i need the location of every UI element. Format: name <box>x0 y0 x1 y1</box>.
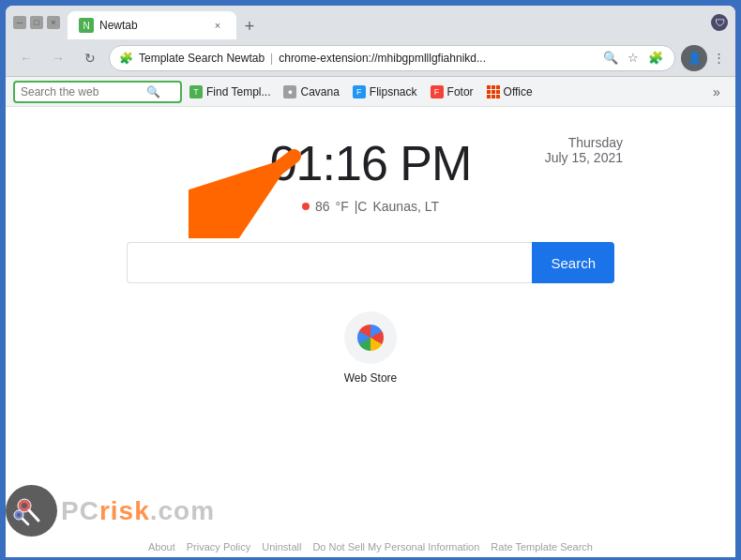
main-search-button[interactable]: Search <box>532 242 614 283</box>
rainbow-circle-icon <box>357 325 384 351</box>
weather-temp: 86 <box>315 199 330 214</box>
active-tab[interactable]: N Newtab × <box>68 11 236 39</box>
weather-section: 86 °F |C Kaunas, LT <box>302 199 439 214</box>
date-day: Thursday <box>545 135 623 150</box>
navbar: ← → ↻ 🧩 Template Search Newtab | chrome-… <box>6 39 735 77</box>
search-web-box[interactable]: 🔍 <box>13 81 182 103</box>
pcrisk-logo-svg <box>6 485 57 537</box>
date-full: July 15, 2021 <box>545 150 623 165</box>
flipsnack-favicon: F <box>353 85 366 98</box>
fotor-label: Fotor <box>447 85 474 98</box>
find-templates-label: Find Templ... <box>206 85 270 98</box>
url-extension: chrome-extension://mhibgpmlllgfiahnikd..… <box>279 52 486 65</box>
footer-do-not-sell[interactable]: Do Not Sell My Personal Information <box>312 541 479 552</box>
search-address-icon[interactable]: 🔍 <box>601 49 620 68</box>
web-store-label: Web Store <box>344 371 397 385</box>
close-button[interactable]: × <box>47 16 60 29</box>
cavana-favicon: ● <box>283 85 296 98</box>
fotor-favicon: F <box>431 85 444 98</box>
search-section: Search <box>127 242 614 283</box>
flipsnack-label: Flipsnack <box>370 85 417 98</box>
clock-section: 01:16 PM Thursday July 15, 2021 <box>6 107 735 191</box>
search-web-input[interactable] <box>21 85 143 98</box>
footer-uninstall[interactable]: Uninstall <box>262 541 301 552</box>
window-controls-right: 🛡 <box>711 14 728 31</box>
svg-point-5 <box>17 513 21 517</box>
footer-about[interactable]: About <box>148 541 175 552</box>
bookmark-flipsnack[interactable]: F Flipsnack <box>347 81 423 103</box>
profile-button[interactable]: 👤 <box>681 45 707 71</box>
bookmarks-more-button[interactable]: » <box>705 81 728 103</box>
new-tab-button[interactable]: + <box>236 13 263 39</box>
tab-title: Newtab <box>99 19 138 32</box>
pcrisk-logo-container <box>6 485 57 537</box>
footer: About Privacy Policy Uninstall Do Not Se… <box>6 541 735 552</box>
shortcut-web-store[interactable]: Web Store <box>344 311 397 385</box>
url-separator: | <box>270 52 273 65</box>
bookmark-icon[interactable]: ☆ <box>624 49 643 68</box>
shortcuts-section: Web Store <box>6 311 735 385</box>
maximize-button[interactable]: □ <box>30 16 43 29</box>
puzzle-icon: 🧩 <box>119 52 133 65</box>
tab-bar: N Newtab × + <box>68 6 707 39</box>
footer-privacy[interactable]: Privacy Policy <box>187 541 250 552</box>
bookmark-office[interactable]: Office <box>481 81 538 103</box>
profile-area: 👤 ⋮ <box>681 45 728 71</box>
clock-display: 01:16 PM <box>270 135 472 191</box>
cavana-label: Cavana <box>300 85 339 98</box>
bookmarks-bar: 🔍 T Find Templ... ● Cavana F Flipsnack F… <box>6 77 735 107</box>
url-prefix: Template Search Newtab <box>139 52 265 65</box>
office-favicon <box>487 85 500 98</box>
bookmark-fotor[interactable]: F Fotor <box>425 81 479 103</box>
pcrisk-watermark: PCrisk.com <box>6 485 215 537</box>
forward-button[interactable]: → <box>45 45 71 71</box>
tab-close-button[interactable]: × <box>210 18 225 33</box>
tab-favicon: N <box>79 18 94 33</box>
weather-separator: |C <box>355 199 368 214</box>
footer-rate[interactable]: Rate Template Search <box>491 541 593 552</box>
weather-location: Kaunas, LT <box>372 199 439 214</box>
time-display: 01:16 PM <box>270 135 472 191</box>
svg-point-0 <box>6 485 57 537</box>
address-right-icons: 🔍 ☆ 🧩 <box>601 49 665 68</box>
browser-window: ─ □ × N Newtab × + 🛡 ← → ↻ 🧩 Template Se… <box>6 6 735 560</box>
refresh-button[interactable]: ↻ <box>77 45 103 71</box>
shield-icon: 🛡 <box>711 14 728 31</box>
main-content: 01:16 PM Thursday July 15, 2021 86 °F |C… <box>6 107 735 560</box>
window-controls: ─ □ × <box>13 16 60 29</box>
search-web-icon: 🔍 <box>146 85 160 98</box>
minimize-button[interactable]: ─ <box>13 16 26 29</box>
title-bar: ─ □ × N Newtab × + 🛡 <box>6 6 735 39</box>
pcrisk-text: PCrisk.com <box>61 496 215 526</box>
date-display: Thursday July 15, 2021 <box>545 135 623 165</box>
web-store-icon <box>344 311 397 364</box>
extension-icon[interactable]: 🧩 <box>646 49 665 68</box>
office-label: Office <box>504 85 533 98</box>
weather-dot <box>302 203 310 210</box>
bookmark-find-templates[interactable]: T Find Templ... <box>184 81 276 103</box>
main-search-input[interactable] <box>127 242 532 283</box>
find-templates-favicon: T <box>189 85 203 98</box>
bookmark-cavana[interactable]: ● Cavana <box>278 81 344 103</box>
menu-button[interactable]: ⋮ <box>709 49 728 68</box>
svg-point-2 <box>22 503 27 508</box>
address-bar[interactable]: 🧩 Template Search Newtab | chrome-extens… <box>109 45 675 71</box>
back-button[interactable]: ← <box>13 45 39 71</box>
weather-unit-f: °F <box>336 199 349 214</box>
